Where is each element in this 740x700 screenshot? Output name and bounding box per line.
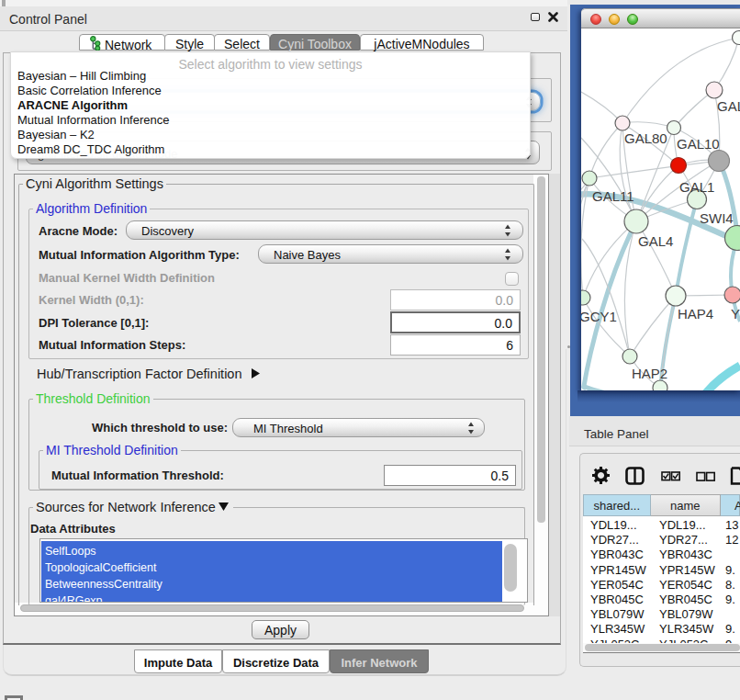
svg-text:GCY1: GCY1 bbox=[581, 309, 617, 324]
svg-text:SWI4: SWI4 bbox=[700, 210, 734, 226]
svg-text:GAL: GAL bbox=[717, 98, 740, 114]
svg-text:GAL1: GAL1 bbox=[679, 179, 714, 195]
svg-text:Y: Y bbox=[731, 306, 740, 322]
svg-text:HAP2: HAP2 bbox=[632, 366, 667, 381]
svg-text:GAL80: GAL80 bbox=[624, 130, 667, 146]
svg-text:HAP4: HAP4 bbox=[678, 306, 713, 322]
svg-text:GAL11: GAL11 bbox=[592, 188, 634, 204]
svg-text:GAL4: GAL4 bbox=[638, 233, 673, 249]
svg-text:GAL10: GAL10 bbox=[677, 136, 720, 152]
